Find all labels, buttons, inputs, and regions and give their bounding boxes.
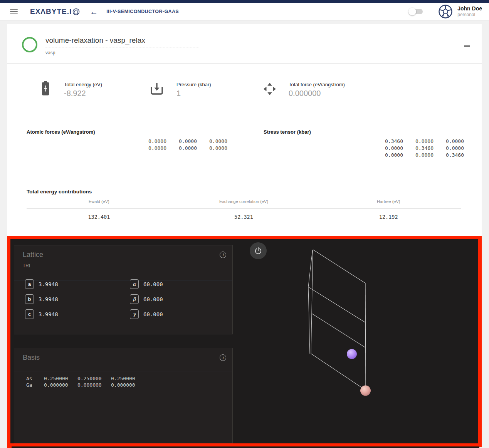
highlight-border-stub xyxy=(7,446,12,448)
power-icon xyxy=(254,247,262,255)
column-header: Exchange correlation (eV) xyxy=(171,199,316,204)
top-accent-strip xyxy=(0,0,489,3)
param-value: 60.000 xyxy=(143,311,163,317)
atom-ga-sphere[interactable] xyxy=(360,386,371,396)
info-icon[interactable]: i xyxy=(220,252,226,258)
basis-atom-row: As 0.250000 0.250000 0.250000 xyxy=(26,375,145,382)
job-results-card: volume-relaxation - vasp_relax vasp Tota… xyxy=(7,24,482,236)
element-symbol: Ga xyxy=(26,382,44,388)
param-key: γ xyxy=(130,309,139,319)
logo-globe-icon xyxy=(72,8,80,15)
download-icon xyxy=(150,82,164,96)
coord-x: 0.250000 xyxy=(44,375,77,382)
table-cell: 12.192 xyxy=(316,214,461,220)
logo-text: EXΛBYTE.I xyxy=(30,7,72,16)
lattice-param-a: a 3.9948 xyxy=(25,279,58,289)
param-value: 3.9948 xyxy=(39,311,58,317)
theme-toggle[interactable] xyxy=(410,9,423,14)
table-cell: 132.401 xyxy=(27,214,171,220)
metric-pressure: Pressure (kbar) 1 xyxy=(176,82,211,98)
user-menu[interactable]: John Doe personal xyxy=(438,4,482,19)
breadcrumb: III-V-SEMICONDUCTOR-GAAS xyxy=(106,9,179,14)
menu-icon[interactable] xyxy=(10,9,18,14)
metric-value: -8.922 xyxy=(64,89,102,98)
lattice-param-beta: β 60.000 xyxy=(130,294,163,304)
param-key: α xyxy=(130,279,139,289)
metric-label: Total energy (eV) xyxy=(64,82,102,87)
crystal-3d-viewport[interactable] xyxy=(297,241,389,408)
matrix-cell: 0.3460 xyxy=(403,145,434,152)
atomic-forces-label: Atomic forces (eV/angstrom) xyxy=(27,129,95,135)
metric-value: 0.000000 xyxy=(289,89,345,98)
metric-value: 1 xyxy=(176,89,211,98)
energy-contributions-title: Total energy contributions xyxy=(27,189,92,195)
metric-label: Total force (eV/angstrom) xyxy=(289,82,345,87)
matrix-cell: 0.0000 xyxy=(403,138,434,145)
param-key: β xyxy=(130,294,139,304)
atomic-forces-matrix: 0.0000 0.0000 0.0000 0.0000 0.0000 0.000… xyxy=(136,138,227,152)
matrix-cell: 0.0000 xyxy=(136,145,166,152)
param-value: 3.9948 xyxy=(39,296,58,302)
lattice-panel-title: Lattice xyxy=(23,251,43,259)
move-icon xyxy=(263,82,277,96)
coord-z: 0.000000 xyxy=(111,382,145,388)
param-value: 3.9948 xyxy=(39,281,58,287)
job-status-icon xyxy=(22,37,37,52)
avatar-icon[interactable] xyxy=(438,4,453,19)
job-subtitle: vasp xyxy=(45,50,55,55)
matrix-cell: 0.0000 xyxy=(373,152,403,159)
basis-panel-title: Basis xyxy=(23,354,40,362)
stress-tensor-label: Stress tensor (kbar) xyxy=(264,129,311,135)
basis-atom-row: Ga 0.000000 0.000000 0.000000 xyxy=(26,382,145,388)
metric-label: Pressure (kbar) xyxy=(176,82,211,87)
metric-total-force: Total force (eV/angstrom) 0.000000 xyxy=(289,82,345,98)
exabyte-logo[interactable]: EXΛBYTE.I xyxy=(30,7,80,16)
divider xyxy=(14,371,232,371)
toggle-knob[interactable] xyxy=(408,8,416,15)
viewer-bottom-edge xyxy=(12,446,479,448)
coord-y: 0.000000 xyxy=(77,382,111,388)
lattice-type: TRI xyxy=(23,263,30,268)
matrix-cell: 0.0000 xyxy=(136,138,166,145)
lattice-param-b: b 3.9948 xyxy=(25,294,58,304)
param-key: b xyxy=(25,294,34,304)
matrix-cell: 0.0000 xyxy=(403,152,434,159)
matrix-cell: 0.0000 xyxy=(197,145,227,152)
atom-as-sphere[interactable] xyxy=(347,349,357,359)
divider xyxy=(7,63,482,64)
app-bar: EXΛBYTE.I ← III-V-SEMICONDUCTOR-GAAS Joh… xyxy=(0,3,489,20)
lattice-panel: Lattice i TRI a 3.9948 b 3.9948 c 3.9948… xyxy=(14,245,233,334)
matrix-cell: 0.0000 xyxy=(166,145,197,152)
back-button[interactable]: ← xyxy=(90,8,98,16)
matrix-cell: 0.0000 xyxy=(373,145,403,152)
lattice-param-c: c 3.9948 xyxy=(25,309,58,319)
stress-tensor-matrix: 0.3460 0.0000 0.0000 0.0000 0.3460 0.000… xyxy=(373,138,464,159)
matrix-cell: 0.0000 xyxy=(434,145,464,152)
job-title[interactable]: volume-relaxation - vasp_relax xyxy=(45,36,199,47)
unit-cell-wireframe xyxy=(308,250,366,390)
energy-contributions-table: Ewald (eV) Exchange correlation (eV) Har… xyxy=(27,199,461,220)
metric-total-energy: Total energy (eV) -8.922 xyxy=(64,82,102,98)
lattice-param-alpha: α 60.000 xyxy=(130,279,163,289)
matrix-cell: 0.3460 xyxy=(373,138,403,145)
info-icon[interactable]: i xyxy=(220,354,226,361)
matrix-cell: 0.3460 xyxy=(434,152,464,159)
table-header-row: Ewald (eV) Exchange correlation (eV) Har… xyxy=(27,199,461,204)
param-key: c xyxy=(25,309,34,319)
coord-y: 0.250000 xyxy=(77,375,111,382)
materials-viewer-section: Lattice i TRI a 3.9948 b 3.9948 c 3.9948… xyxy=(7,236,482,447)
coord-z: 0.250000 xyxy=(111,375,145,382)
battery-icon xyxy=(41,81,50,96)
viewer-power-button[interactable] xyxy=(250,242,267,259)
coord-x: 0.000000 xyxy=(44,382,77,388)
basis-panel: Basis i As 0.250000 0.250000 0.250000 Ga… xyxy=(14,348,233,443)
user-role: personal xyxy=(457,12,482,18)
divider xyxy=(27,208,461,209)
collapse-button[interactable] xyxy=(464,45,470,47)
table-value-row: 132.401 52.321 12.192 xyxy=(27,214,461,220)
lattice-param-gamma: γ 60.000 xyxy=(130,309,163,319)
element-symbol: As xyxy=(26,375,44,382)
matrix-cell: 0.0000 xyxy=(197,138,227,145)
param-value: 60.000 xyxy=(143,281,163,287)
matrix-cell: 0.0000 xyxy=(434,138,464,145)
